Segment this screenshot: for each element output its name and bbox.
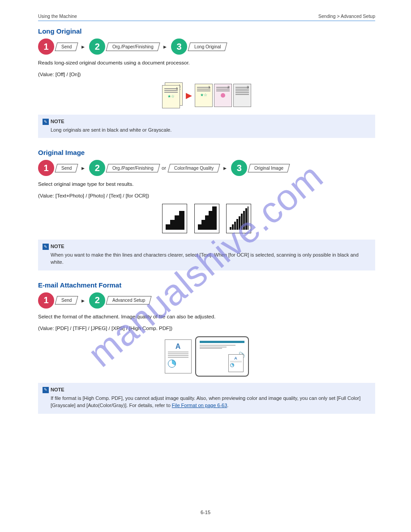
email-window-icon: 📎 A (195, 336, 249, 377)
header-left: Using the Machine (38, 13, 77, 19)
note-box: ✎NOTE If file format is [High Comp. PDF]… (38, 383, 375, 414)
svg-rect-5 (241, 214, 243, 230)
note-body: When you want to make the thin lines and… (43, 251, 371, 266)
svg-rect-6 (243, 211, 245, 230)
arrow-icon: ▸ (81, 297, 85, 304)
svg-rect-4 (239, 216, 240, 230)
svg-rect-3 (236, 219, 238, 230)
section-description: Select original image type for best resu… (38, 180, 375, 188)
section-options: (Value: [Text+Photo] / [Photo] / [Text] … (38, 192, 375, 199)
tab-org: Org./Paper/Finishing (106, 43, 160, 51)
note-icon: ✎ (43, 244, 49, 250)
nav-flow: 1Send ▸ 2Org./Paper/FinishingorColor/Ima… (38, 160, 375, 176)
original-image-graphic (38, 204, 375, 233)
tab-advanced-setup: Advanced Setup (106, 296, 152, 305)
page-content: Using the Machine Sending > Advanced Set… (0, 0, 411, 414)
arrow-icon: ▸ (81, 164, 85, 172)
section-options: (Value: [Off] / [On]) (38, 71, 375, 78)
section-description: Select the format of the attachment. Ima… (38, 313, 375, 320)
svg-rect-1 (232, 224, 234, 230)
note-body: If file format is [High Comp. PDF], you … (43, 395, 371, 409)
note-icon: ✎ (43, 119, 49, 125)
step-dot-1: 1 (38, 292, 54, 309)
section-title: E-mail Attachment Format (38, 281, 375, 289)
page-number: 6-15 (0, 510, 411, 515)
arrow-right-icon: ▶ (186, 91, 192, 100)
step-dot-1: 1 (38, 39, 54, 55)
tab-send: Send (55, 164, 78, 172)
cross-reference-link[interactable]: File Format on page 6-63 (172, 403, 227, 408)
step-dot-2: 2 (89, 292, 105, 309)
nav-flow: 1Send ▸ 2Org./Paper/Finishing ▸ 3Long Or… (38, 39, 375, 55)
section-long-original: Long Original 1Send ▸ 2Org./Paper/Finish… (38, 27, 375, 138)
note-icon: ✎ (43, 387, 49, 393)
arrow-icon: ▸ (163, 43, 167, 50)
long-original-graphic: 1★☆ 1★☆ ▶ 1★☆ 2 3 (38, 82, 375, 108)
svg-rect-7 (245, 208, 247, 230)
page-header: Using the Machine Sending > Advanced Set… (38, 13, 375, 21)
tab-org: Org./Paper/Finishing (106, 164, 160, 172)
arrow-icon: ▸ (223, 164, 227, 172)
section-title: Original Image (38, 149, 375, 156)
svg-rect-2 (234, 222, 236, 230)
svg-rect-0 (230, 227, 231, 230)
arrow-icon: ▸ (81, 43, 85, 50)
step-dot-1: 1 (38, 160, 54, 176)
tab-long-original: Long Original (188, 43, 228, 51)
email-attachment-graphic: A 📎 A (38, 336, 375, 377)
section-description: Reads long-sized original documents usin… (38, 59, 375, 66)
tab-send: Send (55, 296, 78, 305)
section-options: (Value: [PDF] / [TIFF] / [JPEG] / [XPS] … (38, 325, 375, 332)
section-email-attachment: E-mail Attachment Format 1Send ▸ 2Advanc… (38, 281, 375, 414)
step-dot-3: 3 (231, 160, 247, 176)
halftone-sample (162, 204, 187, 233)
nav-flow: 1Send ▸ 2Advanced Setup (38, 292, 375, 309)
note-box: ✎NOTE When you want to make the thin lin… (38, 240, 375, 270)
document-icon: A (165, 339, 192, 373)
note-label: NOTE (51, 387, 64, 392)
svg-rect-8 (248, 206, 248, 230)
header-right: Sending > Advanced Setup (318, 13, 375, 19)
section-original-image: Original Image 1Send ▸ 2Org./Paper/Finis… (38, 149, 375, 270)
halftone-sample (226, 204, 251, 233)
tab-color-quality: Color/Image Quality (167, 164, 220, 172)
note-label: NOTE (51, 119, 64, 124)
halftone-sample (194, 204, 219, 233)
note-label: NOTE (51, 244, 64, 249)
section-title: Long Original (38, 27, 375, 35)
step-dot-2: 2 (89, 39, 105, 55)
note-body: Long originals are sent in black and whi… (43, 126, 371, 134)
tab-send: Send (55, 43, 78, 51)
step-dot-2: 2 (89, 160, 105, 176)
note-box: ✎NOTE Long originals are sent in black a… (38, 115, 375, 138)
tab-original-image: Original Image (248, 164, 290, 172)
step-dot-3: 3 (171, 39, 187, 55)
